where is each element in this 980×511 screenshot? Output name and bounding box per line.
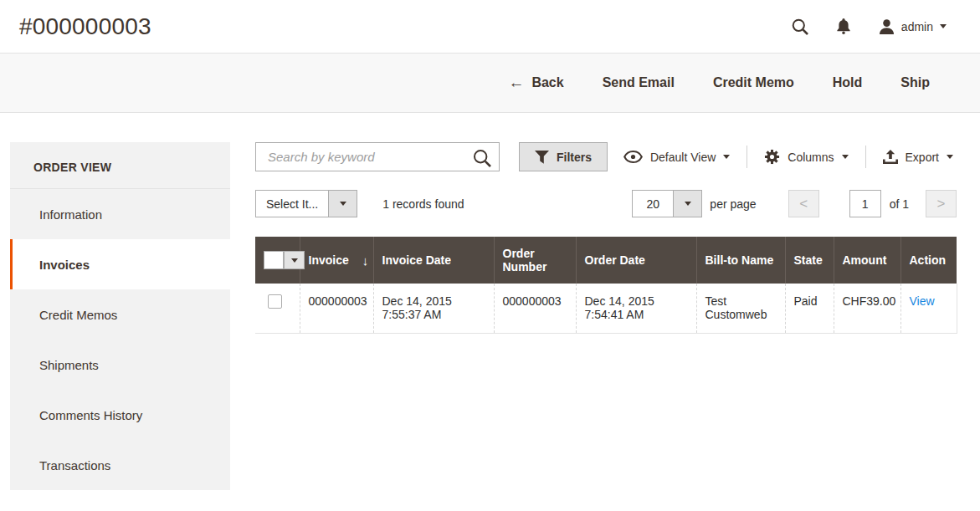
column-header-order-date[interactable]: Order Date <box>576 237 696 284</box>
per-page-value: 20 <box>647 197 660 211</box>
select-all-control <box>264 251 305 269</box>
next-page-button[interactable]: > <box>926 190 957 217</box>
back-arrow-icon: ← <box>508 74 524 90</box>
columns-label: Columns <box>788 151 834 164</box>
export-button[interactable]: Export <box>880 150 957 164</box>
cell-action: View <box>900 284 957 333</box>
sidebar-item-shipments[interactable]: Shipments <box>10 340 230 390</box>
column-header-action[interactable]: Action <box>900 237 957 284</box>
keyword-search <box>255 142 500 171</box>
column-header-invoice-date[interactable]: Invoice Date <box>373 237 494 284</box>
chevron-down-icon <box>723 155 730 159</box>
view-invoice-link[interactable]: View <box>910 294 935 308</box>
table-row: 000000003 Dec 14, 2015 7:55:37 AM 000000… <box>255 284 957 333</box>
eye-icon <box>623 151 643 163</box>
cell-bill-to-name: Test Customweb <box>696 284 785 333</box>
table-header-row: Invoice ↓ Invoice Date Order Number Orde… <box>255 237 957 284</box>
hold-label: Hold <box>833 75 863 90</box>
sidebar-item-comments-history[interactable]: Comments History <box>10 390 230 440</box>
ship-button[interactable]: Ship <box>900 75 930 90</box>
column-header-order-number[interactable]: Order Number <box>494 237 576 284</box>
gear-icon <box>764 149 780 165</box>
back-label: Back <box>531 75 563 90</box>
sidebar-item-label: Invoices <box>39 258 90 272</box>
page-title: #000000003 <box>19 13 151 40</box>
per-page-value-button[interactable]: 20 <box>632 190 674 217</box>
chevron-down-icon <box>291 258 298 263</box>
per-page-select: 20 <box>632 190 702 217</box>
ship-label: Ship <box>900 75 930 90</box>
pagination: 20 per page < of 1 > <box>632 190 957 217</box>
mass-action-label-button[interactable]: Select It... <box>255 190 329 217</box>
sidebar-item-information[interactable]: Information <box>10 189 230 239</box>
notifications-bell-icon[interactable] <box>837 18 850 34</box>
cell-order-date: Dec 14, 2015 7:54:41 AM <box>576 284 696 333</box>
order-view-sidebar: ORDER VIEW Information Invoices Credit M… <box>10 142 230 490</box>
credit-memo-button[interactable]: Credit Memo <box>713 75 794 90</box>
account-icon <box>879 19 895 34</box>
view-label: Default View <box>650 151 716 164</box>
sidebar-item-label: Comments History <box>39 408 142 422</box>
sidebar-item-label: Transactions <box>39 458 110 473</box>
column-header-bill-to-name[interactable]: Bill-to Name <box>696 237 785 284</box>
grid-controls-row: Select It... 1 records found 20 per page <box>255 190 957 217</box>
chevron-down-icon <box>685 202 691 206</box>
order-action-bar: ← Back Send Email Credit Memo Hold Ship <box>0 53 980 113</box>
per-page-label: per page <box>710 197 756 211</box>
search-input[interactable] <box>255 142 500 171</box>
cell-amount: CHF39.00 <box>834 284 900 333</box>
select-all-caret[interactable] <box>284 251 305 269</box>
previous-page-button[interactable]: < <box>788 190 819 217</box>
view-switcher-button[interactable]: Default View <box>620 151 733 164</box>
per-page-caret[interactable] <box>674 190 702 217</box>
header-actions: admin <box>792 18 947 35</box>
current-page-input[interactable] <box>849 190 881 217</box>
grid-toolbar: Filters Default View Columns <box>255 142 957 171</box>
select-all-checkbox[interactable] <box>264 251 284 269</box>
credit-memo-label: Credit Memo <box>713 75 794 90</box>
content: ORDER VIEW Information Invoices Credit M… <box>0 113 980 490</box>
select-all-header <box>255 237 300 284</box>
mass-action-label: Select It... <box>266 197 318 211</box>
filter-funnel-icon <box>535 151 549 164</box>
chevron-down-icon <box>340 202 346 206</box>
back-button[interactable]: ← Back <box>508 75 563 91</box>
export-label: Export <box>906 151 939 164</box>
invoices-table: Invoice ↓ Invoice Date Order Number Orde… <box>255 237 957 334</box>
sidebar-item-label: Shipments <box>39 358 99 372</box>
divider <box>747 146 747 168</box>
sidebar-item-invoices[interactable]: Invoices <box>10 239 230 289</box>
cell-invoice-date: Dec 14, 2015 7:55:37 AM <box>373 284 494 333</box>
admin-user-menu[interactable]: admin <box>879 19 947 34</box>
sidebar-title: ORDER VIEW <box>10 142 230 189</box>
sidebar-item-label: Credit Memos <box>39 308 117 322</box>
search-icon[interactable] <box>792 18 808 35</box>
page-header: #000000003 admin <box>0 0 980 53</box>
columns-button[interactable]: Columns <box>761 149 851 165</box>
filters-button[interactable]: Filters <box>519 142 608 171</box>
mass-action-select: Select It... <box>255 190 357 217</box>
chevron-down-icon <box>940 24 947 28</box>
admin-username: admin <box>901 20 933 33</box>
row-select-cell <box>255 284 300 333</box>
column-header-state[interactable]: State <box>785 237 834 284</box>
sidebar-item-transactions[interactable]: Transactions <box>10 440 230 490</box>
view-controls: Default View Columns Export <box>620 146 957 168</box>
search-submit-icon[interactable] <box>469 146 495 171</box>
send-email-button[interactable]: Send Email <box>603 75 675 90</box>
mass-action-caret[interactable] <box>329 190 357 217</box>
filters-label: Filters <box>557 151 592 164</box>
row-checkbox[interactable] <box>268 294 282 309</box>
records-found-text: 1 records found <box>382 197 464 211</box>
sidebar-item-credit-memos[interactable]: Credit Memos <box>10 289 230 340</box>
hold-button[interactable]: Hold <box>833 75 863 90</box>
sort-descending-icon: ↓ <box>362 253 369 268</box>
column-header-invoice[interactable]: Invoice ↓ <box>300 237 373 284</box>
chevron-down-icon <box>947 155 953 159</box>
cell-invoice: 000000003 <box>300 284 373 333</box>
cell-state: Paid <box>785 284 834 333</box>
send-email-label: Send Email <box>603 75 675 90</box>
column-header-amount[interactable]: Amount <box>834 237 900 284</box>
export-icon <box>883 150 898 164</box>
chevron-down-icon <box>842 155 849 159</box>
